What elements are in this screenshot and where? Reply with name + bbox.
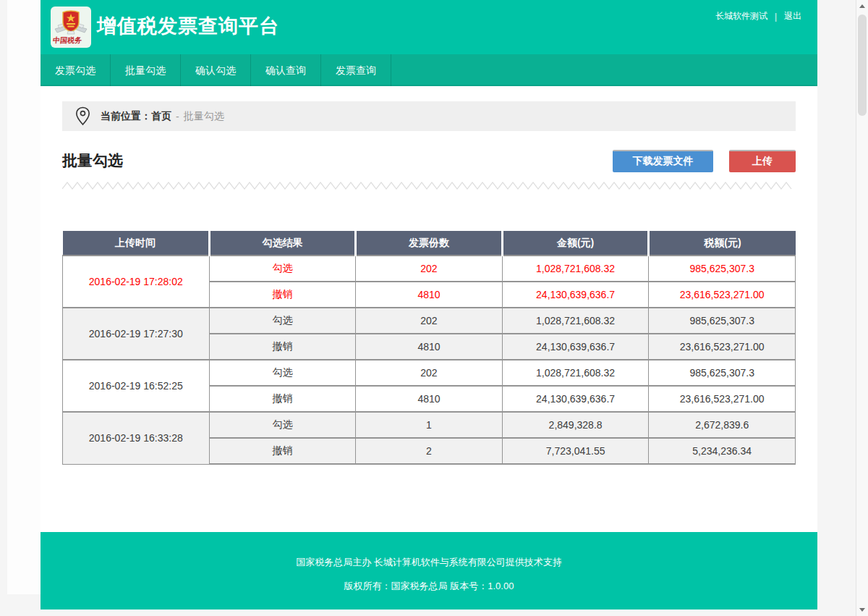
invoice-count-cell: 2 [356, 438, 503, 464]
check-result-cell: 撤销 [209, 282, 356, 308]
nav-tab-confirm-query[interactable]: 确认查询 [251, 54, 321, 86]
page-title: 批量勾选 [62, 151, 123, 171]
main-nav: 发票勾选 批量勾选 确认勾选 确认查询 发票查询 [41, 54, 817, 86]
invoice-count-cell: 4810 [356, 334, 503, 360]
amount-cell: 1,028,721,608.32 [502, 360, 649, 386]
upload-time-cell: 2016-02-19 17:27:30 [63, 308, 210, 360]
amount-cell: 7,723,041.55 [502, 438, 649, 464]
tax-cell: 23,616,523,271.00 [649, 334, 796, 360]
scrollbar-thumb[interactable] [858, 14, 867, 116]
invoice-count-cell: 202 [356, 308, 503, 334]
arrow-up-icon [859, 4, 865, 8]
zigzag-divider [62, 181, 796, 191]
check-result-cell: 勾选 [209, 256, 356, 282]
col-tax: 税额(元) [649, 231, 796, 256]
check-result-cell: 勾选 [209, 308, 356, 334]
breadcrumb-separator: - [176, 111, 179, 122]
title-row: 批量勾选 下载发票文件 上传 [62, 149, 796, 172]
batch-check-table: 上传时间 勾选结果 发票份数 金额(元) 税额(元) 2016-02-19 17… [62, 231, 796, 465]
scroll-down-button[interactable] [856, 604, 868, 616]
nav-tab-batch-check[interactable]: 批量勾选 [111, 54, 181, 86]
invoice-count-cell: 4810 [356, 282, 503, 308]
upload-time-cell: 2016-02-19 16:33:28 [63, 412, 210, 464]
user-divider: | [775, 12, 777, 22]
download-invoice-file-button[interactable]: 下载发票文件 [613, 150, 713, 172]
check-result-cell: 勾选 [209, 412, 356, 438]
user-name-link[interactable]: 长城软件测试 [715, 10, 767, 22]
upload-time-cell: 2016-02-19 16:52:25 [63, 360, 210, 412]
tax-cell: 23,616,523,271.00 [649, 282, 796, 308]
main-content: 当前位置：首页 - 批量勾选 批量勾选 下载发票文件 上传 上传时间 勾选结果 … [41, 101, 817, 532]
tax-cell: 5,234,236.34 [649, 438, 796, 464]
arrow-down-icon [859, 608, 865, 612]
invoice-count-cell: 202 [356, 256, 503, 282]
tax-cell: 985,625,307.3 [649, 360, 796, 386]
amount-cell: 24,130,639,636.7 [502, 282, 649, 308]
page-left-margin [7, 0, 41, 594]
col-check-result: 勾选结果 [209, 231, 356, 256]
button-area: 下载发票文件 上传 [613, 150, 796, 172]
col-amount: 金额(元) [502, 231, 649, 256]
upload-button[interactable]: 上传 [729, 150, 796, 172]
amount-cell: 1,028,721,608.32 [502, 256, 649, 282]
user-box: 长城软件测试 | 退出 [715, 10, 801, 22]
tax-cell: 985,625,307.3 [649, 308, 796, 334]
nav-tab-invoice-query[interactable]: 发票查询 [321, 54, 391, 86]
breadcrumb-prefix: 当前位置：首页 [101, 110, 171, 123]
svg-text:中国税务: 中国税务 [53, 36, 82, 44]
breadcrumb: 当前位置：首页 - 批量勾选 [62, 101, 796, 131]
amount-cell: 24,130,639,636.7 [502, 386, 649, 412]
scroll-up-button[interactable] [856, 0, 868, 12]
col-invoice-count: 发票份数 [356, 231, 503, 256]
nav-tab-invoice-check[interactable]: 发票勾选 [41, 54, 111, 86]
check-result-cell: 勾选 [209, 360, 356, 386]
invoice-count-cell: 1 [356, 412, 503, 438]
vertical-scrollbar[interactable] [856, 0, 868, 616]
amount-cell: 24,130,639,636.7 [502, 334, 649, 360]
tax-cell: 23,616,523,271.00 [649, 386, 796, 412]
nav-tab-confirm-check[interactable]: 确认勾选 [181, 54, 251, 86]
app-footer: 国家税务总局主办 长城计算机软件与系统有限公司提供技术支持 版权所有：国家税务总… [41, 532, 817, 609]
footer-line2: 版权所有：国家税务总局 版本号：1.0.00 [41, 580, 817, 593]
footer-line1: 国家税务总局主办 长城计算机软件与系统有限公司提供技术支持 [41, 556, 817, 569]
amount-cell: 1,028,721,608.32 [502, 308, 649, 334]
batch-table-body: 2016-02-19 17:28:02勾选2021,028,721,608.32… [63, 256, 796, 464]
table-row: 2016-02-19 16:52:25勾选2021,028,721,608.32… [63, 360, 796, 386]
check-result-cell: 撤销 [209, 334, 356, 360]
breadcrumb-current: 批量勾选 [184, 110, 224, 123]
china-tax-emblem-logo: 中国税务 [51, 7, 91, 48]
table-row: 2016-02-19 17:28:02勾选2021,028,721,608.32… [63, 256, 796, 282]
location-pin-icon [75, 106, 90, 126]
table-row: 2016-02-19 16:33:28勾选12,849,328.82,672,8… [63, 412, 796, 438]
table-header: 上传时间 勾选结果 发票份数 金额(元) 税额(元) [63, 231, 796, 256]
amount-cell: 2,849,328.8 [502, 412, 649, 438]
page-container: 中国税务 增值税发票查询平台 长城软件测试 | 退出 发票勾选 批量勾选 确认勾… [41, 0, 817, 594]
tax-cell: 985,625,307.3 [649, 256, 796, 282]
check-result-cell: 撤销 [209, 386, 356, 412]
app-title: 增值税发票查询平台 [97, 0, 279, 52]
col-upload-time: 上传时间 [63, 231, 210, 256]
app-header: 中国税务 增值税发票查询平台 长城软件测试 | 退出 [41, 0, 817, 54]
table-row: 2016-02-19 17:27:30勾选2021,028,721,608.32… [63, 308, 796, 334]
check-result-cell: 撤销 [209, 438, 356, 464]
invoice-count-cell: 202 [356, 360, 503, 386]
tax-cell: 2,672,839.6 [649, 412, 796, 438]
logout-link[interactable]: 退出 [784, 10, 801, 22]
upload-time-cell: 2016-02-19 17:28:02 [63, 256, 210, 308]
invoice-count-cell: 4810 [356, 386, 503, 412]
